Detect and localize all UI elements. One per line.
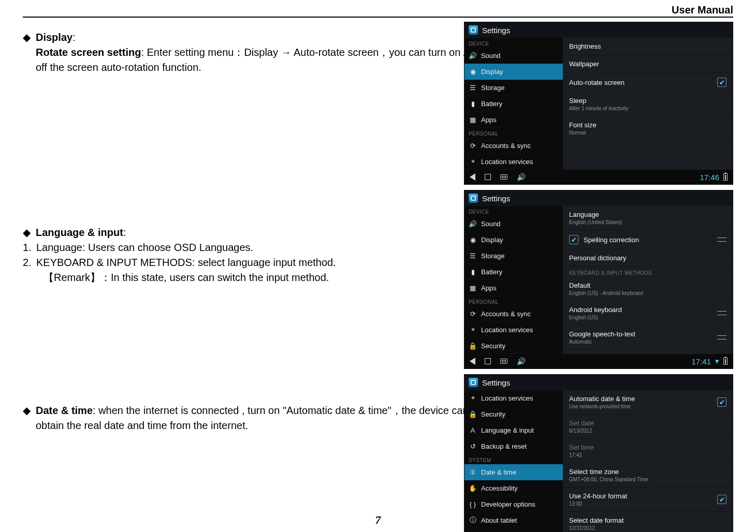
sidebar-item-storage[interactable]: ☰Storage: [464, 248, 563, 264]
panel-item-android-keyboard[interactable]: Android keyboardEnglish (US): [563, 301, 733, 326]
page-number: 7: [0, 513, 756, 527]
panel-item-wallpaper[interactable]: Wallpaper: [563, 55, 733, 73]
panel-item-sub: 13:00: [569, 501, 627, 507]
titlebar: Settings: [464, 22, 733, 38]
sidebar-item-battery[interactable]: ▮Battery: [464, 264, 563, 280]
location-icon: ⌖: [469, 157, 477, 166]
sidebar-item-label: Accessibility: [481, 484, 518, 492]
sidebar-item-label: Battery: [481, 100, 502, 108]
panel-item-label: Wallpaper: [569, 60, 599, 68]
panel-item-brightness[interactable]: Brightness: [563, 38, 733, 55]
langinput-item2: 2.KEYBOARD & INPUT METHODS: select langu…: [23, 255, 478, 270]
checkbox-on-icon[interactable]: ✔: [569, 235, 578, 244]
sidebar-item-battery[interactable]: ▮Battery: [464, 96, 563, 112]
panel-item-label: Personal dictionary: [569, 254, 627, 262]
rotate-label: Rotate screen setting: [36, 47, 141, 58]
sidebar-item-display[interactable]: ◉Display: [464, 64, 563, 80]
display-bullet: ◆ Display: Rotate screen setting: Enter …: [23, 30, 478, 75]
display-icon: ◉: [469, 235, 477, 244]
battery-status-icon: [723, 358, 728, 365]
home-icon[interactable]: [485, 358, 491, 364]
screenshot-display: Settings DEVICE 🔊Sound ◉Display ☰Storage…: [464, 22, 733, 185]
sidebar-item-developer-options[interactable]: { }Developer options: [464, 496, 563, 512]
panel-item-fontsize[interactable]: Font sizeNormal: [563, 116, 733, 141]
diamond-bullet-icon: ◆: [23, 30, 31, 45]
header-rule: [23, 17, 733, 18]
location-icon: ⌖: [469, 394, 477, 402]
home-icon[interactable]: [485, 174, 491, 180]
panel-item-sub: Automatic: [569, 339, 635, 345]
back-icon[interactable]: [470, 173, 475, 181]
statusbar: 17:41 ▾: [464, 354, 733, 368]
datetime-text-block: Date & time: when the internet is connec…: [36, 403, 478, 433]
storage-icon: ☰: [469, 252, 477, 260]
settings-sliders-icon[interactable]: [717, 236, 726, 243]
panel-item-default[interactable]: DefaultEnglish (US) - Android keyboard: [563, 277, 733, 301]
storage-icon: ☰: [469, 83, 477, 92]
sidebar-item-accounts[interactable]: ⟳Accounts & sync: [464, 138, 563, 154]
sidebar-item-label: Accounts & sync: [481, 142, 531, 150]
sidebar-item-accounts[interactable]: ⟳Accounts & sync: [464, 306, 563, 322]
settings-sliders-icon[interactable]: [717, 309, 726, 317]
panel-item-label: Use 24-hour format: [569, 492, 627, 500]
sidebar-item-label: Battery: [481, 268, 502, 276]
apps-icon: ▦: [469, 115, 477, 124]
sidebar-item-storage[interactable]: ☰Storage: [464, 80, 563, 96]
langinput-title: Language & input: [36, 227, 123, 238]
rotate-line: Rotate screen setting: Enter setting men…: [36, 45, 478, 75]
statusbar: 17:46: [464, 170, 733, 184]
sidebar-item-security[interactable]: 🔒Security: [464, 338, 563, 354]
panel-item-spelling[interactable]: ✔Spelling correction: [563, 230, 733, 249]
screenshot-date-time: Settings ⌖Location services 🔒Security AL…: [464, 374, 733, 532]
sidebar-item-location[interactable]: ⌖Location services: [464, 322, 563, 338]
sidebar-item-security[interactable]: 🔒Security: [464, 406, 563, 422]
settings-sliders-icon[interactable]: [717, 334, 726, 341]
panel-item-sub: After 1 minute of inactivity: [569, 106, 629, 111]
display-icon: ◉: [469, 67, 477, 76]
sidebar-item-sound[interactable]: 🔊Sound: [464, 216, 563, 232]
panel-item-sleep[interactable]: SleepAfter 1 minute of inactivity: [563, 92, 733, 116]
list-number: 2.: [23, 255, 36, 270]
sidebar-item-language-input[interactable]: ALanguage & input: [464, 422, 563, 438]
panel-item-auto-date[interactable]: Automatic date & timeUse network-provide…: [563, 390, 733, 415]
recents-icon[interactable]: [500, 174, 507, 180]
category-label: DEVICE: [464, 38, 563, 48]
panel-item-language[interactable]: LanguageEnglish (United States): [563, 206, 733, 230]
sidebar-item-apps[interactable]: ▦Apps: [464, 112, 563, 128]
panel-item-24h-format[interactable]: Use 24-hour format13:00✔: [563, 487, 733, 512]
apps-icon: ▦: [469, 284, 477, 292]
sidebar-item-date-time[interactable]: ①Date & time: [464, 464, 563, 480]
checkbox-on-icon[interactable]: ✔: [717, 495, 726, 504]
panel-item-autorotate[interactable]: Auto-rotate screen✔: [563, 73, 733, 92]
sidebar-item-display[interactable]: ◉Display: [464, 232, 563, 248]
panel-item-label: Set date: [569, 419, 594, 427]
clock-icon: ①: [469, 468, 477, 476]
panel-item-label: Auto-rotate screen: [569, 79, 624, 86]
sidebar-item-location[interactable]: ⌖Location services: [464, 154, 563, 170]
langinput-item1: 1.Language: Users can choose OSD Languag…: [23, 240, 478, 255]
panel-item-set-time: Set time17:42: [563, 439, 733, 463]
settings-app-icon: [469, 194, 478, 203]
sidebar-item-location[interactable]: ⌖Location services: [464, 390, 563, 406]
sidebar-item-apps[interactable]: ▦Apps: [464, 280, 563, 296]
checkbox-on-icon[interactable]: ✔: [717, 78, 726, 87]
sidebar-item-backup[interactable]: ↺Backup & reset: [464, 438, 563, 454]
panel-item-label: Automatic date & time: [569, 395, 635, 403]
language-icon: A: [469, 426, 477, 434]
settings-sidebar: DEVICE 🔊Sound ◉Display ☰Storage ▮Battery…: [464, 38, 563, 170]
sidebar-item-label: Location services: [481, 158, 533, 166]
panel-item-label: Default: [569, 282, 643, 289]
panel-item-dictionary[interactable]: Personal dictionary: [563, 249, 733, 267]
sidebar-item-accessibility[interactable]: ✋Accessibility: [464, 480, 563, 496]
panel-item-google-speech[interactable]: Google speech-to-textAutomatic: [563, 326, 733, 350]
settings-panel: Brightness Wallpaper Auto-rotate screen✔…: [563, 38, 733, 170]
sidebar-item-label: Display: [481, 236, 503, 244]
sidebar-item-sound[interactable]: 🔊Sound: [464, 48, 563, 64]
volume-icon[interactable]: [517, 357, 526, 365]
recents-icon[interactable]: [500, 359, 507, 364]
panel-item-sub: Use network-provided time: [569, 404, 635, 409]
back-icon[interactable]: [470, 358, 475, 365]
volume-icon[interactable]: [517, 173, 526, 181]
checkbox-on-icon[interactable]: ✔: [717, 397, 726, 407]
panel-item-time-zone[interactable]: Select time zoneGMT+08:00, China Standar…: [563, 463, 733, 487]
